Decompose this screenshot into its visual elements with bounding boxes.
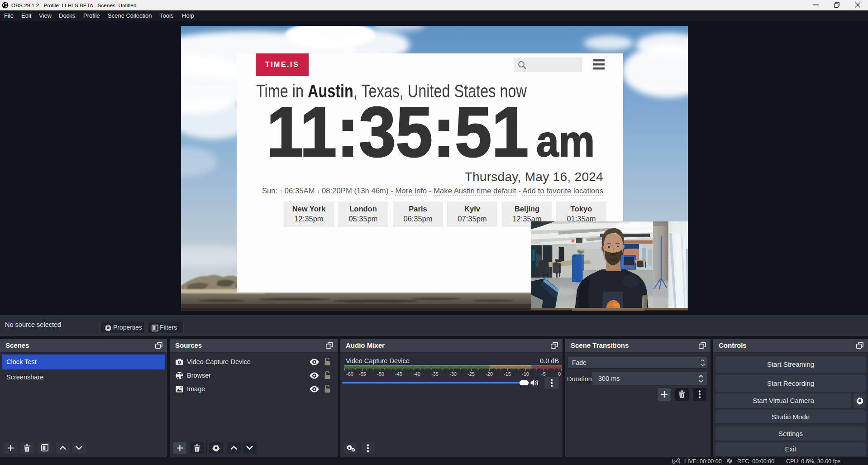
svg-text:-35: -35 (431, 371, 439, 377)
svg-text:-60: -60 (346, 371, 353, 377)
svg-text:-45: -45 (395, 371, 402, 377)
svg-text:-5: -5 (541, 371, 546, 377)
svg-text:-40: -40 (413, 371, 420, 377)
svg-text:-25: -25 (467, 371, 475, 377)
svg-text:-30: -30 (449, 371, 457, 377)
svg-text:-10: -10 (522, 371, 529, 377)
svg-text:0: 0 (558, 371, 561, 377)
svg-text:-55: -55 (359, 371, 366, 377)
svg-text:-15: -15 (504, 371, 511, 377)
svg-text:-20: -20 (486, 371, 493, 377)
svg-text:-50: -50 (377, 371, 384, 377)
